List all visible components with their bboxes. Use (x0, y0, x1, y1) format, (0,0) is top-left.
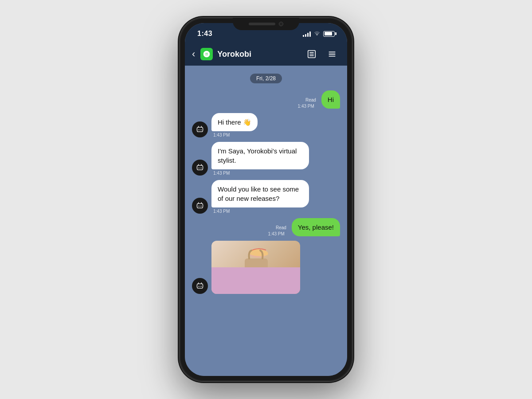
contact-avatar-icon: ✦ (200, 48, 213, 60)
camera (279, 22, 283, 26)
chat-header: ‹ ✦ Yorokobi (185, 43, 347, 66)
msg-time-yes: 1:43 PM (266, 231, 286, 236)
phone-screen: 1:43 (185, 23, 347, 376)
read-receipt-yes: Read (276, 225, 286, 230)
date-badge: Fri, 2/28 (250, 74, 282, 83)
phone-device: 1:43 (180, 18, 352, 381)
message-releases: Would you like to see some of our new re… (192, 180, 340, 214)
msg-time-hi: 1:43 PM (296, 104, 316, 109)
status-time: 1:43 (197, 30, 212, 38)
chat-body: Fri, 2/28 Read 1:43 PM Hi (185, 66, 347, 376)
bot-avatar-4 (192, 278, 208, 294)
product-image-card[interactable] (211, 241, 300, 294)
bubble-wrap-saya: I'm Saya, Yorokobi's virtual stylist. 1:… (211, 142, 309, 176)
back-button[interactable]: ‹ (192, 49, 195, 59)
message-hi: Read 1:43 PM Hi (192, 90, 340, 109)
sent-meta-hi: Read 1:43 PM (296, 98, 316, 109)
read-receipt-hi: Read (305, 98, 316, 102)
bubble-hi-there: Hi there 👋 (211, 113, 258, 131)
msg-time-hi-there: 1:43 PM (211, 133, 258, 137)
bubble-wrap-releases: Would you like to see some of our new re… (211, 180, 309, 214)
bot-avatar-1 (192, 121, 208, 137)
message-yes: Read 1:43 PM Yes, please! (192, 218, 340, 236)
msg-time-releases: 1:43 PM (211, 209, 309, 214)
contact-name: Yorokobi (217, 50, 299, 59)
svg-text:✦: ✦ (205, 53, 208, 56)
bubble-releases: Would you like to see some of our new re… (211, 180, 309, 207)
message-image-card (192, 241, 340, 294)
status-icons (303, 30, 335, 37)
battery-icon (323, 31, 335, 37)
phone-notch (233, 18, 299, 30)
msg-time-saya: 1:43 PM (211, 171, 309, 176)
wifi-icon (313, 30, 321, 37)
bubble-wrap-hi-there: Hi there 👋 1:43 PM (211, 113, 258, 137)
message-hi-there: Hi there 👋 1:43 PM (192, 113, 340, 137)
message-saya: I'm Saya, Yorokobi's virtual stylist. 1:… (192, 142, 340, 176)
menu-button[interactable] (324, 46, 340, 62)
list-button[interactable] (304, 46, 320, 62)
bot-avatar-3 (192, 198, 208, 214)
sent-meta-yes: Read 1:43 PM (266, 225, 286, 236)
bubble-saya: I'm Saya, Yorokobi's virtual stylist. (211, 142, 309, 169)
speaker (249, 23, 275, 25)
signal-icon (303, 31, 311, 37)
bubble-hi: Hi (321, 90, 340, 109)
bot-avatar-2 (192, 160, 208, 176)
bubble-yes: Yes, please! (292, 218, 340, 236)
